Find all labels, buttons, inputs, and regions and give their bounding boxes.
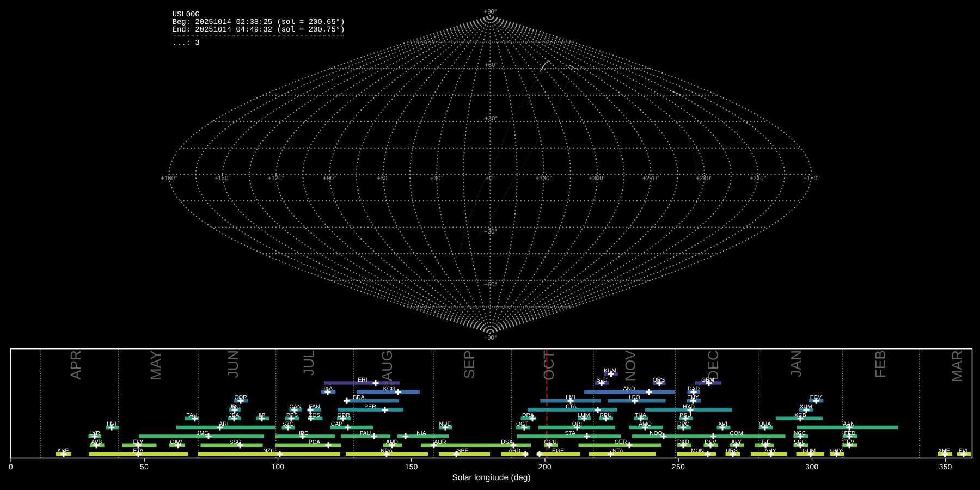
svg-text:CAM: CAM	[170, 439, 182, 445]
svg-text:DKD: DKD	[677, 439, 689, 445]
svg-text:AHY: AHY	[764, 448, 776, 454]
svg-text:EGE: EGE	[552, 448, 564, 454]
svg-text:IXA: IXA	[323, 386, 333, 392]
svg-text:SEP: SEP	[461, 350, 477, 379]
svg-text:KUM: KUM	[604, 368, 616, 374]
svg-text:+120°: +120°	[268, 175, 285, 182]
svg-text:HYD: HYD	[683, 404, 695, 410]
svg-text:AUG: AUG	[379, 350, 395, 381]
svg-text:CAP: CAP	[331, 421, 342, 427]
svg-text:+60°: +60°	[377, 175, 390, 182]
svg-text:OHY: OHY	[830, 448, 843, 454]
svg-text:EHY: EHY	[687, 395, 699, 401]
svg-text:COR: COR	[234, 395, 247, 401]
svg-text:NOO: NOO	[650, 431, 663, 437]
svg-text:ORI: ORI	[572, 421, 582, 427]
svg-text:Solar longitude (deg): Solar longitude (deg)	[452, 473, 531, 482]
svg-text:SCC: SCC	[794, 439, 806, 445]
svg-text:ZCS: ZCS	[309, 413, 320, 419]
svg-text:PCA: PCA	[309, 439, 320, 445]
svg-text:ARI: ARI	[219, 421, 228, 427]
svg-text:...: 3: ...: 3	[173, 39, 200, 47]
svg-text:IIP: IIP	[259, 413, 266, 419]
svg-text:DRA: DRA	[522, 413, 534, 419]
svg-text:JUL: JUL	[301, 350, 317, 376]
svg-text:−60°: −60°	[484, 281, 497, 288]
svg-text:OCT: OCT	[541, 350, 557, 381]
svg-text:AAN: AAN	[843, 421, 854, 427]
svg-text:+60°: +60°	[485, 62, 498, 69]
svg-text:CTA: CTA	[566, 404, 577, 410]
svg-text:−90°: −90°	[483, 335, 497, 341]
svg-text:MAR: MAR	[949, 350, 965, 382]
svg-text:150: 150	[405, 463, 418, 471]
svg-text:AMO: AMO	[639, 421, 652, 427]
svg-text:OCU: OCU	[544, 439, 556, 445]
svg-text:IPE: IPE	[299, 431, 308, 437]
svg-text:JRC: JRC	[229, 404, 241, 410]
svg-text:DAD: DAD	[688, 386, 700, 392]
svg-text:FEB: FEB	[872, 350, 889, 378]
svg-text:LMI: LMI	[566, 395, 575, 401]
svg-text:50: 50	[140, 463, 149, 471]
svg-text:NTA: NTA	[612, 448, 623, 454]
svg-text:FEV: FEV	[843, 439, 854, 445]
svg-text:NDA: NDA	[381, 448, 393, 454]
svg-text:XCB: XCB	[794, 413, 806, 419]
svg-text:XUM: XUM	[799, 404, 812, 410]
svg-text:KCG: KCG	[383, 386, 396, 392]
svg-text:CAN: CAN	[290, 404, 302, 410]
svg-text:TAH: TAH	[186, 413, 197, 419]
svg-text:DPC: DPC	[677, 421, 689, 427]
svg-text:JLE: JLE	[761, 439, 770, 445]
svg-text:ORS: ORS	[653, 377, 665, 383]
svg-text:QUA: QUA	[759, 421, 771, 427]
svg-text:JAN: JAN	[788, 350, 804, 377]
svg-text:LUM: LUM	[578, 413, 590, 419]
svg-text:100: 100	[271, 463, 284, 471]
svg-text:FAN: FAN	[309, 404, 320, 410]
svg-text:+30°: +30°	[485, 115, 498, 122]
svg-text:SLD: SLD	[596, 377, 607, 383]
svg-text:+210°: +210°	[750, 175, 767, 182]
svg-text:JMC: JMC	[197, 431, 209, 437]
svg-text:+180°: +180°	[161, 175, 177, 182]
svg-text:COM: COM	[730, 431, 743, 437]
svg-text:NZC: NZC	[263, 448, 275, 454]
svg-text:PSU: PSU	[679, 413, 691, 419]
svg-text:GUM: GUM	[803, 448, 816, 454]
svg-text:FED: FED	[844, 431, 856, 437]
svg-text:AVB: AVB	[91, 439, 102, 445]
svg-text:RPU: RPU	[600, 413, 612, 419]
svg-text:KSE: KSE	[58, 448, 69, 454]
svg-text:NUE: NUE	[439, 421, 451, 427]
svg-text:DSV: DSV	[705, 439, 716, 445]
svg-text:+240°: +240°	[696, 175, 713, 182]
svg-text:0: 0	[9, 463, 13, 471]
svg-text:NCC: NCC	[794, 431, 806, 437]
svg-text:SDA: SDA	[353, 395, 364, 401]
svg-text:DEC: DEC	[705, 350, 721, 381]
svg-text:ALY: ALY	[731, 439, 742, 445]
svg-text:PER: PER	[364, 404, 376, 410]
svg-text:200: 200	[538, 463, 552, 471]
svg-text:ELY: ELY	[133, 439, 144, 445]
svg-text:300: 300	[805, 463, 818, 471]
svg-text:APR: APR	[68, 350, 84, 380]
svg-text:XVI: XVI	[718, 421, 727, 427]
svg-text:ARD: ARD	[509, 448, 520, 454]
svg-text:PAU: PAU	[360, 431, 371, 437]
svg-text:AUD: AUD	[386, 439, 398, 445]
svg-text:AUR: AUR	[434, 439, 446, 445]
svg-text:AND: AND	[623, 386, 635, 392]
svg-text:THA: THA	[635, 413, 646, 419]
svg-text:+90°: +90°	[323, 175, 336, 182]
svg-text:ERI: ERI	[358, 377, 367, 383]
svg-text:LYR: LYR	[89, 431, 100, 437]
svg-text:SSG: SSG	[230, 439, 242, 445]
svg-text:350: 350	[939, 463, 952, 471]
svg-text:+90°: +90°	[483, 9, 497, 15]
svg-text:GEM: GEM	[701, 377, 714, 383]
svg-text:DSX: DSX	[501, 439, 512, 445]
svg-text:−30°: −30°	[484, 229, 497, 235]
